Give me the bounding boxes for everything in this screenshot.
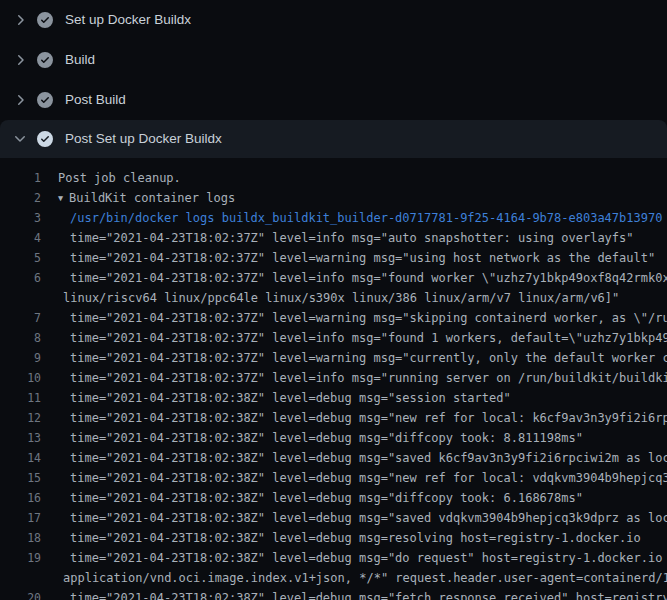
line-number[interactable]: 13: [0, 428, 41, 448]
check-circle-icon: [37, 52, 53, 68]
line-number[interactable]: 11: [0, 388, 41, 408]
log-line: 8time="2021-04-23T18:02:37Z" level=info …: [0, 328, 667, 348]
log-text: time="2021-04-23T18:02:38Z" level=debug …: [41, 548, 667, 568]
log-text: time="2021-04-23T18:02:38Z" level=debug …: [41, 488, 583, 508]
log-line: 7time="2021-04-23T18:02:37Z" level=warni…: [0, 308, 667, 328]
chevron-right-icon[interactable]: [12, 92, 28, 108]
line-number[interactable]: 19: [0, 548, 41, 568]
log-line: 5time="2021-04-23T18:02:37Z" level=warni…: [0, 248, 667, 268]
log-line: 12time="2021-04-23T18:02:38Z" level=debu…: [0, 408, 667, 428]
log-line: 9time="2021-04-23T18:02:37Z" level=warni…: [0, 348, 667, 368]
line-number[interactable]: 2: [0, 188, 41, 208]
line-number[interactable]: 20: [0, 588, 41, 600]
line-number[interactable]: 9: [0, 348, 41, 368]
log-line: application/vnd.oci.image.index.v1+json,…: [0, 568, 667, 588]
log-text: application/vnd.oci.image.index.v1+json,…: [41, 568, 667, 588]
log-text: time="2021-04-23T18:02:38Z" level=debug …: [41, 508, 667, 528]
step-label: Post Build: [65, 92, 126, 108]
log-text: ▼BuildKit container logs: [41, 188, 235, 208]
log-text: time="2021-04-23T18:02:38Z" level=debug …: [41, 448, 667, 468]
line-number: [0, 568, 41, 588]
line-number[interactable]: 10: [0, 368, 41, 388]
line-number[interactable]: 8: [0, 328, 41, 348]
log-command-text: /usr/bin/docker logs buildx_buildkit_bui…: [41, 208, 662, 228]
log-line: 6time="2021-04-23T18:02:37Z" level=info …: [0, 268, 667, 288]
line-number[interactable]: 15: [0, 468, 41, 488]
log-area: 1Post job cleanup.2▼BuildKit container l…: [0, 158, 667, 600]
log-line: 15time="2021-04-23T18:02:38Z" level=debu…: [0, 468, 667, 488]
log-line: 17time="2021-04-23T18:02:38Z" level=debu…: [0, 508, 667, 528]
step-label: Set up Docker Buildx: [65, 12, 191, 28]
log-line: 1Post job cleanup.: [0, 168, 667, 188]
log-text: time="2021-04-23T18:02:37Z" level=warnin…: [41, 308, 667, 328]
log-line: 10time="2021-04-23T18:02:37Z" level=info…: [0, 368, 667, 388]
log-text: time="2021-04-23T18:02:37Z" level=warnin…: [41, 248, 655, 268]
step-header[interactable]: Set up Docker Buildx: [0, 0, 667, 40]
log-text: time="2021-04-23T18:02:37Z" level=info m…: [41, 368, 667, 388]
chevron-right-icon[interactable]: [12, 52, 28, 68]
log-text: time="2021-04-23T18:02:38Z" level=debug …: [41, 528, 641, 548]
line-number[interactable]: 14: [0, 448, 41, 468]
line-number[interactable]: 4: [0, 228, 41, 248]
step-label: Build: [65, 52, 95, 68]
chevron-down-icon[interactable]: [12, 131, 28, 147]
chevron-right-icon[interactable]: [12, 12, 28, 28]
log-text: time="2021-04-23T18:02:37Z" level=info m…: [41, 268, 667, 288]
log-line: 2▼BuildKit container logs: [0, 188, 667, 208]
steps-list: Set up Docker BuildxBuildPost BuildPost …: [0, 0, 667, 158]
check-circle-icon: [37, 12, 53, 28]
line-number[interactable]: 1: [0, 168, 41, 188]
log-line: 20time="2021-04-23T18:02:38Z" level=debu…: [0, 588, 667, 600]
log-line: linux/riscv64 linux/ppc64le linux/s390x …: [0, 288, 667, 308]
log-line: 16time="2021-04-23T18:02:38Z" level=debu…: [0, 488, 667, 508]
log-text: time="2021-04-23T18:02:38Z" level=debug …: [41, 588, 667, 600]
log-line: 19time="2021-04-23T18:02:38Z" level=debu…: [0, 548, 667, 568]
step-header[interactable]: Post Build: [0, 80, 667, 120]
log-line: 13time="2021-04-23T18:02:38Z" level=debu…: [0, 428, 667, 448]
log-text: time="2021-04-23T18:02:38Z" level=debug …: [41, 388, 511, 408]
check-circle-icon: [37, 92, 53, 108]
line-number[interactable]: 17: [0, 508, 41, 528]
group-title: BuildKit container logs: [69, 191, 235, 205]
line-number[interactable]: 18: [0, 528, 41, 548]
log-line: 18time="2021-04-23T18:02:38Z" level=debu…: [0, 528, 667, 548]
log-line: 3/usr/bin/docker logs buildx_buildkit_bu…: [0, 208, 667, 228]
log-text: time="2021-04-23T18:02:37Z" level=warnin…: [41, 348, 667, 368]
line-number[interactable]: 6: [0, 268, 41, 288]
line-number[interactable]: 16: [0, 488, 41, 508]
job-log-viewer: Set up Docker BuildxBuildPost BuildPost …: [0, 0, 667, 600]
log-line: 11time="2021-04-23T18:02:38Z" level=debu…: [0, 388, 667, 408]
step-header[interactable]: Build: [0, 40, 667, 80]
line-number[interactable]: 12: [0, 408, 41, 428]
log-line: 14time="2021-04-23T18:02:38Z" level=debu…: [0, 448, 667, 468]
step-label: Post Set up Docker Buildx: [65, 131, 222, 147]
log-text: time="2021-04-23T18:02:38Z" level=debug …: [41, 408, 667, 428]
log-text: time="2021-04-23T18:02:37Z" level=info m…: [41, 228, 634, 248]
line-number[interactable]: 5: [0, 248, 41, 268]
check-circle-icon: [37, 131, 53, 147]
step-header[interactable]: Post Set up Docker Buildx: [0, 120, 667, 158]
log-text: linux/riscv64 linux/ppc64le linux/s390x …: [41, 288, 619, 308]
line-number[interactable]: 3: [0, 208, 41, 228]
log-text: time="2021-04-23T18:02:38Z" level=debug …: [41, 468, 667, 488]
log-text: time="2021-04-23T18:02:37Z" level=info m…: [41, 328, 667, 348]
line-number: [0, 288, 41, 308]
group-collapse-icon[interactable]: ▼: [58, 188, 69, 208]
log-text: Post job cleanup.: [41, 168, 181, 188]
log-text: time="2021-04-23T18:02:38Z" level=debug …: [41, 428, 583, 448]
line-number[interactable]: 7: [0, 308, 41, 328]
log-line: 4time="2021-04-23T18:02:37Z" level=info …: [0, 228, 667, 248]
